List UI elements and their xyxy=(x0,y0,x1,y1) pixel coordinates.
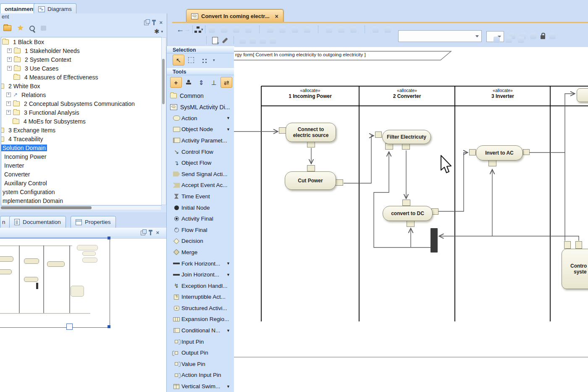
diagram-tab-close-icon[interactable]: × xyxy=(275,13,278,20)
diagram-tab[interactable]: Convert In coming electr... × xyxy=(186,9,284,23)
gear-icon[interactable]: ✱ xyxy=(154,29,160,34)
chevron-down-icon[interactable]: ▼ xyxy=(226,273,234,277)
palette-item-action[interactable]: Action▼ xyxy=(167,113,234,124)
tree-item-4-traceability[interactable]: 4 Traceability xyxy=(1,134,161,143)
palette-item-activity-paramet[interactable]: Activity Paramet... xyxy=(167,135,234,146)
palette-item-exception-handl[interactable]: ↯Exception Handl... xyxy=(167,280,234,292)
tree-item-1-stakeholder-needs[interactable]: +1 Stakeholder Needs xyxy=(1,46,161,55)
action-node-filter-electricity[interactable]: Filter Electricuty xyxy=(382,130,431,144)
pin-icon[interactable] xyxy=(153,21,155,25)
report-icon[interactable] xyxy=(41,26,46,31)
output-pin[interactable] xyxy=(523,149,530,155)
close-icon[interactable]: × xyxy=(156,231,159,235)
swimlane-header-converter[interactable]: «allocate» 2 Converter xyxy=(360,88,454,99)
action-node-control-system[interactable]: Contro syste xyxy=(562,249,588,289)
palette-item-output-pin[interactable]: Output Pin xyxy=(167,347,234,358)
viewport-handle[interactable] xyxy=(108,237,110,239)
input-pin[interactable] xyxy=(375,132,382,138)
close-icon[interactable]: × xyxy=(159,21,163,25)
tree-expander-icon[interactable]: + xyxy=(7,57,12,62)
tree-expander-icon[interactable]: + xyxy=(6,101,11,106)
tree-item-2-system-context[interactable]: +2 System Context xyxy=(1,55,161,64)
toolbar-combobox[interactable] xyxy=(398,30,482,42)
tree-item-1-black-box[interactable]: 1 Black Box xyxy=(1,37,161,46)
tree-item-4-measures-of-effectiveness[interactable]: 4 Measures of Effectiveness xyxy=(1,73,161,82)
action-node-partial[interactable] xyxy=(577,88,588,102)
palette-item-decision[interactable]: Decision xyxy=(167,236,234,247)
palette-item-conditional-n[interactable]: Conditional N...▼ xyxy=(167,325,234,336)
tree-expander-icon[interactable]: + xyxy=(6,92,11,97)
action-node-invert-to-ac[interactable]: Invert to AC xyxy=(476,145,523,160)
scrollbar-thumb[interactable] xyxy=(162,59,165,104)
palette-item-activity-final[interactable]: Activity Final xyxy=(167,213,234,224)
palette-item-interruptible-act[interactable]: Interruptible Act... xyxy=(167,292,234,303)
multi-select-tool[interactable] xyxy=(198,55,210,66)
palette-item-vertical-swim[interactable]: Vertical Swim...▼ xyxy=(167,381,234,392)
palette-item-input-pin[interactable]: Input Pin xyxy=(167,336,234,347)
tree-item-incoming-power[interactable]: Incoming Power xyxy=(1,152,161,161)
chevron-down-icon[interactable]: ▼ xyxy=(226,384,234,389)
selection-dropdown-caret[interactable]: ▾ xyxy=(213,58,215,62)
distribute-tool[interactable]: ⊥ xyxy=(208,77,220,88)
palette-group-sysml-activity[interactable]: SysML Activity Di... xyxy=(167,102,234,112)
scrollbar-thumb[interactable] xyxy=(1,206,92,209)
output-pin[interactable] xyxy=(335,179,343,186)
float-window-icon[interactable] xyxy=(144,21,149,25)
chevron-down-icon[interactable]: ▼ xyxy=(226,329,234,333)
tree-expander-icon[interactable]: + xyxy=(7,48,12,53)
hierarchy-dropdown-caret[interactable]: ▾ xyxy=(201,28,203,31)
tree-item-4-moes-for-subsystems[interactable]: 4 MoEs for Subsystems xyxy=(1,117,161,126)
open-folder-icon[interactable] xyxy=(3,25,11,31)
favorite-star-icon[interactable]: ★ xyxy=(17,25,24,31)
fork-join-bar[interactable] xyxy=(430,228,438,253)
swimlane-header-incoming-power[interactable]: «allocate» 1 Incoming Power xyxy=(262,88,359,99)
chevron-down-icon[interactable]: ▼ xyxy=(226,261,234,266)
pan-tool[interactable]: + xyxy=(170,77,182,88)
swimlane-header-inverter[interactable]: «allocate» 3 Inverter xyxy=(455,88,550,99)
back-arrow-icon[interactable]: ← xyxy=(176,26,184,33)
palette-item-value-pin[interactable]: Value Pin xyxy=(167,358,234,370)
tree-item-ystem-configuration[interactable]: ystem Configuration xyxy=(1,187,161,196)
align-tool[interactable]: ⇕ xyxy=(195,77,207,88)
palette-item-control-flow[interactable]: ↘Control Flow xyxy=(167,146,234,158)
gear-dropdown-caret[interactable]: ▾ xyxy=(161,30,163,33)
tree-item-inverter[interactable]: Inverter xyxy=(1,161,161,170)
tree-item-3-exchange-items[interactable]: 3 Exchange Items xyxy=(1,126,161,134)
tree-expander-icon[interactable]: + xyxy=(6,110,11,115)
diagram-canvas[interactable]: rgy form[ Convert In coming electricity … xyxy=(234,47,588,392)
output-pin[interactable] xyxy=(402,143,410,150)
palette-item-object-flow[interactable]: ↴Object Flow xyxy=(167,157,234,168)
search-icon[interactable] xyxy=(29,26,35,31)
tree-item-converter[interactable]: Converter xyxy=(1,170,161,179)
forward-arrow-icon[interactable]: → xyxy=(184,26,191,33)
input-pin[interactable] xyxy=(488,160,496,166)
tab-diagrams[interactable]: Diagrams xyxy=(34,3,76,14)
palette-item-time-event[interactable]: Time Event xyxy=(167,191,234,202)
palette-item-initial-node[interactable]: Initial Node xyxy=(167,202,234,213)
action-node-cut-power[interactable]: Cut Power xyxy=(285,171,336,190)
wrench-icon[interactable] xyxy=(222,37,228,43)
tree-item-2-white-box[interactable]: 2 White Box xyxy=(1,82,161,90)
palette-item-fork-horizont[interactable]: Fork Horizont...▼ xyxy=(167,258,234,269)
palette-group-common[interactable]: Common xyxy=(167,91,234,101)
chevron-down-icon[interactable]: ▼ xyxy=(226,116,234,120)
input-pin[interactable] xyxy=(402,200,410,206)
related-elements-tool[interactable]: ⇄ xyxy=(220,77,232,88)
chevron-down-icon[interactable]: ▼ xyxy=(226,127,234,132)
pointer-tool[interactable]: ↖ xyxy=(173,55,184,66)
tree-item-2-conceptual-subsystems-communication[interactable]: +2 Conceptual Subsystems Communication xyxy=(1,99,161,108)
input-pin[interactable] xyxy=(469,149,476,155)
tree-vertical-scrollbar[interactable] xyxy=(161,37,166,205)
input-pin[interactable] xyxy=(307,165,315,171)
tree-item-auxillary-control[interactable]: Auxillary Control xyxy=(1,179,161,187)
tree-expander-icon[interactable]: + xyxy=(7,66,12,71)
marquee-tool[interactable] xyxy=(185,55,197,66)
action-node-connect-to-electric-source[interactable]: Connect to electric source xyxy=(286,123,336,142)
float-window-icon[interactable] xyxy=(141,231,145,235)
palette-item-accept-event-ac[interactable]: Accept Event Ac... xyxy=(167,180,234,191)
palette-item-send-signal-acti[interactable]: Send Signal Acti... xyxy=(167,168,234,180)
input-pin[interactable] xyxy=(407,221,415,227)
lock-icon[interactable] xyxy=(541,35,545,39)
tree-horizontal-scrollbar[interactable] xyxy=(1,206,161,210)
palette-item-object-node[interactable]: Object Node▼ xyxy=(167,124,234,135)
